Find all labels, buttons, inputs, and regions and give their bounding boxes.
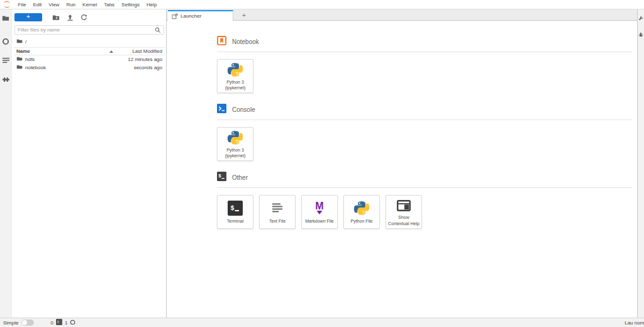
new-tab-button[interactable]: +: [237, 11, 251, 20]
card-label: Markdown File: [305, 218, 334, 224]
terminals-count: 0: [50, 320, 53, 326]
menu-bar: File Edit View Run Kernel Tabs Settings …: [0, 0, 644, 9]
refresh-icon[interactable]: [80, 13, 87, 21]
table-of-contents-icon[interactable]: [1, 56, 10, 65]
breadcrumb-root: /: [25, 39, 26, 45]
main-dock: Launcher + Notebook: [166, 9, 638, 318]
app-body: + /: [0, 9, 644, 318]
debugger-icon[interactable]: [638, 32, 643, 37]
file-browser-panel: + /: [11, 9, 166, 318]
sort-caret-icon: [109, 48, 113, 54]
card-label: Show Contextual Help: [387, 214, 420, 226]
file-browser-toolbar: +: [14, 12, 164, 23]
new-launcher-button[interactable]: +: [14, 13, 42, 21]
menu-kernel[interactable]: Kernel: [79, 2, 101, 8]
section-title: Other: [232, 174, 248, 181]
simple-mode-label: Simple: [3, 320, 18, 326]
terminal-icon: $: [228, 200, 243, 217]
contextual-help-icon: [396, 197, 411, 213]
card-label: Terminal: [227, 218, 243, 224]
menu-edit[interactable]: Edit: [30, 2, 45, 8]
python-logo-icon: [353, 200, 370, 217]
jupyter-logo-icon: [2, 1, 12, 8]
launcher-card-python-file[interactable]: Python File: [343, 195, 380, 229]
folder-icon: [16, 56, 23, 63]
modified-column-header[interactable]: Last Modified: [118, 48, 162, 54]
home-folder-icon: [16, 38, 23, 45]
extension-manager-icon[interactable]: [1, 75, 10, 84]
section-title: Console: [232, 106, 255, 113]
tab-launcher[interactable]: Launcher: [168, 10, 233, 21]
jupyterlab-window: File Edit View Run Kernel Tabs Settings …: [0, 0, 644, 327]
breadcrumb[interactable]: /: [14, 37, 165, 46]
status-right-text: Lau norm: [625, 320, 644, 326]
file-modified: 12 minutes ago: [118, 57, 162, 62]
svg-text:$: $: [231, 205, 235, 212]
left-sidebar: [0, 9, 11, 318]
svg-text:$: $: [218, 174, 221, 179]
launcher-section-notebook: Notebook Python 3 (ipykernel): [217, 36, 632, 93]
launcher-card-notebook-python3[interactable]: Python 3 (ipykernel): [217, 59, 253, 93]
file-modified: seconds ago: [118, 65, 162, 70]
launcher-card-contextual-help[interactable]: Show Contextual Help: [386, 195, 422, 229]
python-logo-icon: [227, 130, 243, 146]
launcher-section-other: $ Other $ Terminal: [217, 172, 632, 229]
right-sidebar: [638, 9, 644, 318]
terminal-icon: $: [217, 172, 226, 184]
svg-text:M: M: [315, 201, 323, 211]
console-icon: [217, 104, 226, 116]
launcher-card-text-file[interactable]: Text File: [259, 195, 296, 229]
folder-icon: [16, 64, 23, 71]
simple-mode-toggle[interactable]: [21, 319, 34, 326]
menu-settings[interactable]: Settings: [118, 2, 143, 8]
kernels-count: 1: [65, 320, 67, 326]
card-label: Python 3 (ipykernel): [219, 79, 252, 91]
launcher-section-console: Console Python 3 (ipykernel): [217, 104, 632, 161]
launcher-card-terminal[interactable]: $ Terminal: [217, 195, 253, 229]
name-column-header[interactable]: Name: [16, 48, 30, 54]
running-sessions-status[interactable]: 0 1: [50, 319, 75, 326]
filter-files-input[interactable]: [18, 27, 155, 33]
property-inspector-icon[interactable]: [638, 16, 643, 21]
notebook-icon: [217, 36, 226, 48]
filter-files-field[interactable]: [14, 25, 164, 35]
status-bar: Simple 0 1 Lau norm: [0, 318, 644, 327]
launcher-card-markdown-file[interactable]: M Markdown File: [301, 195, 338, 229]
search-icon: [155, 25, 161, 36]
card-label: Text File: [269, 218, 286, 224]
python-logo-icon: [227, 62, 243, 78]
card-label: Python File: [350, 218, 372, 224]
card-label: Python 3 (ipykernel): [219, 147, 252, 159]
markdown-icon: M: [312, 200, 327, 217]
file-row-hdfs[interactable]: hdfs 12 minutes ago: [14, 55, 165, 64]
menu-tabs[interactable]: Tabs: [101, 2, 118, 8]
terminal-status-icon: [56, 319, 62, 326]
upload-icon[interactable]: [66, 13, 74, 21]
launcher-panel: Notebook Python 3 (ipykernel): [167, 21, 637, 318]
file-list-header[interactable]: Name Last Modified: [14, 47, 165, 55]
running-sessions-icon[interactable]: [1, 37, 10, 46]
section-title: Notebook: [232, 38, 259, 45]
launcher-tab-icon: [172, 11, 178, 22]
new-folder-icon[interactable]: [52, 13, 60, 21]
tab-label: Launcher: [180, 13, 201, 19]
kernel-status-icon: [70, 319, 75, 326]
menu-view[interactable]: View: [45, 2, 63, 8]
file-browser-icon[interactable]: [1, 14, 10, 23]
launcher-card-console-python3[interactable]: Python 3 (ipykernel): [217, 127, 253, 161]
text-file-icon: [270, 200, 284, 217]
tab-bar: Launcher +: [167, 9, 637, 21]
menu-file[interactable]: File: [14, 2, 30, 8]
menu-run[interactable]: Run: [63, 2, 79, 8]
file-row-notebook[interactable]: notebook seconds ago: [14, 64, 165, 72]
menu-help[interactable]: Help: [143, 2, 160, 8]
